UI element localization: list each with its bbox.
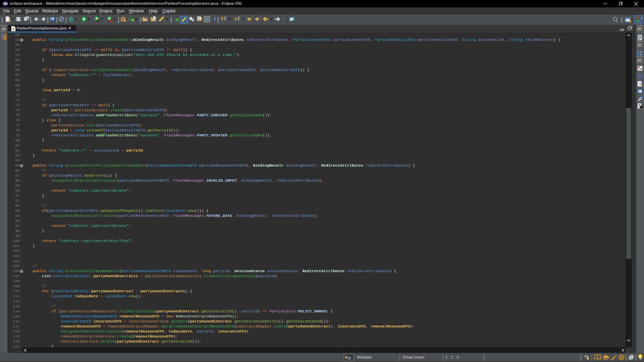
svg-text:J: J [640, 16, 642, 20]
svg-text:J: J [12, 27, 14, 31]
svg-text:@: @ [638, 73, 642, 79]
svg-text:C: C [129, 17, 131, 21]
svg-text:¶: ¶ [213, 16, 216, 22]
